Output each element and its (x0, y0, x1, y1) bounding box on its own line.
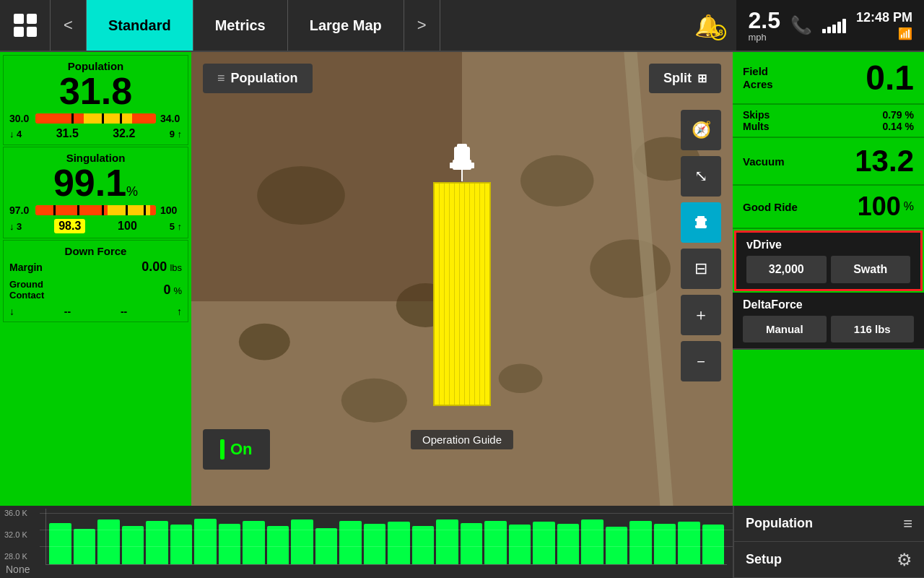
mults-row: Mults 0.14 % (743, 121, 914, 132)
operation-guide-label: Operation Guide (411, 430, 513, 449)
chart-bar (629, 521, 652, 564)
wifi-icon: 📶 (898, 27, 912, 40)
prev-button[interactable]: < (51, 0, 87, 51)
chart-bar (702, 525, 725, 564)
skips-row: Skips 0.79 % (743, 109, 914, 121)
population-map-button[interactable]: ≡ Population (203, 64, 313, 93)
population-value: 31.8 (9, 72, 182, 110)
svg-point-1 (257, 166, 345, 225)
planted-strip (433, 182, 491, 406)
compass-button[interactable]: 🧭 (681, 110, 721, 150)
chart-bar (97, 519, 120, 564)
chart-bar (509, 525, 531, 564)
next-button[interactable]: > (404, 0, 440, 51)
field-acres-value: 0.1 (866, 58, 914, 98)
vdrive-rpm-button[interactable]: 32,000 (746, 256, 827, 283)
grid-icon (14, 14, 37, 37)
chart-gridline-1 (40, 513, 733, 514)
chart-bar (267, 526, 289, 564)
tab-large-map[interactable]: Large Map (288, 0, 404, 51)
chart-bar (243, 521, 265, 564)
vdrive-buttons: 32,000 Swath (746, 256, 910, 283)
field-acres-card: Field Acres 0.1 (733, 52, 924, 105)
vacuum-value: 13.2 (855, 144, 914, 178)
hamburger-icon: ≡ (903, 514, 912, 533)
margin-row: Margin 0.00 lbs (9, 257, 182, 277)
svg-rect-16 (697, 216, 705, 220)
chart-bar (291, 519, 313, 564)
deltaforce-manual-button[interactable]: Manual (743, 316, 827, 342)
svg-point-5 (341, 379, 407, 423)
singulation-bar (35, 205, 156, 215)
zoom-out-button[interactable]: － (681, 341, 721, 381)
chart-bar (194, 519, 217, 564)
population-bottom-item[interactable]: Population ≡ (734, 506, 924, 542)
split-icon: ⊞ (697, 72, 707, 85)
right-panel: Field Acres 0.1 Skips 0.79 % Mults 0.14 … (733, 52, 924, 506)
map-controls: 🧭 ⤡ ⊟ ＋ － (681, 110, 721, 381)
deltaforce-card: DeltaForce Manual 116 lbs (733, 293, 924, 350)
signal-icon (822, 17, 846, 33)
goodride-card: Good Ride 100 % (733, 186, 924, 229)
svg-rect-17 (694, 221, 697, 225)
status-bar: 2.5 mph 📞 12:48 PM 📶 (736, 0, 924, 51)
main-area: Population 31.8 30.0 34.0 ↓ 4 31.5 32.2 … (0, 52, 924, 506)
vdrive-swath-button[interactable]: Swath (831, 256, 911, 283)
left-panel: Population 31.8 30.0 34.0 ↓ 4 31.5 32.2 … (0, 52, 191, 506)
speed-display: 2.5 mph (748, 9, 780, 43)
chart-bar (412, 526, 435, 564)
chart-labels: 36.0 K 32.0 K 28.0 K (0, 509, 32, 561)
chart-bar (339, 521, 362, 564)
on-button[interactable]: On (203, 429, 270, 470)
phone-icon: 📞 (790, 15, 812, 35)
chart-bar (122, 526, 144, 564)
setup-bottom-item[interactable]: Setup ⚙ (734, 542, 924, 578)
vehicle-center-button[interactable] (681, 202, 721, 243)
ground-contact-row: Ground Contact 0 % (9, 277, 182, 303)
expand-button[interactable]: ⤡ (681, 156, 721, 197)
singulation-value: 99.1% (9, 164, 182, 202)
population-btn-icon: ≡ (217, 71, 225, 86)
svg-rect-13 (470, 163, 474, 168)
population-stats: ↓ 4 31.5 32.2 9 ↑ (9, 127, 182, 140)
chart-bars-area (45, 509, 727, 565)
singulation-stats: ↓ 3 98.3 100 5 ↑ (9, 219, 182, 233)
grid-menu-button[interactable] (0, 0, 51, 51)
svg-rect-10 (457, 144, 467, 150)
svg-point-7 (499, 364, 543, 394)
zoom-in-button[interactable]: ＋ (681, 295, 721, 335)
chart-bar (170, 525, 193, 564)
svg-point-4 (239, 324, 290, 361)
grid-view-button[interactable]: ⊟ (681, 249, 721, 289)
chart-gridline-3 (40, 546, 733, 547)
alert-button[interactable]: 🔔 18 (679, 0, 736, 51)
on-indicator (220, 439, 225, 460)
singulation-card: Singulation 99.1% 97.0 100 ↓ 3 98.3 (3, 147, 188, 238)
bottom-chart: 36.0 K 32.0 K 28.0 K None (0, 506, 733, 578)
chart-bar (581, 519, 603, 564)
population-bar (35, 113, 156, 124)
svg-point-3 (520, 155, 593, 207)
chart-bar (484, 521, 507, 564)
deltaforce-buttons: Manual 116 lbs (743, 316, 914, 342)
split-button[interactable]: Split ⊞ (649, 64, 721, 93)
chart-bar (436, 519, 458, 564)
downforce-title: Down Force (9, 245, 182, 257)
none-label: None (6, 564, 30, 575)
deltaforce-lbs-button[interactable]: 116 lbs (831, 316, 915, 342)
bottom-right-panel: Population ≡ Setup ⚙ (733, 506, 924, 578)
chart-bar (678, 522, 700, 564)
chart-bar (388, 522, 410, 564)
chart-bar (606, 527, 628, 564)
chart-bar (146, 521, 168, 564)
vehicle-icon (440, 139, 484, 182)
svg-rect-18 (705, 221, 708, 225)
vdrive-card: vDrive 32,000 Swath (734, 230, 923, 291)
singulation-range: 97.0 100 (9, 204, 182, 216)
top-bar: < Standard Metrics Large Map > 🔔 18 2.5 … (0, 0, 924, 52)
center-map: ≡ Population Split ⊞ Operation Guide (191, 52, 733, 506)
chart-gridline-2 (40, 530, 733, 530)
gear-icon: ⚙ (897, 550, 912, 570)
tab-metrics[interactable]: Metrics (193, 0, 288, 51)
tab-standard[interactable]: Standard (87, 0, 193, 51)
